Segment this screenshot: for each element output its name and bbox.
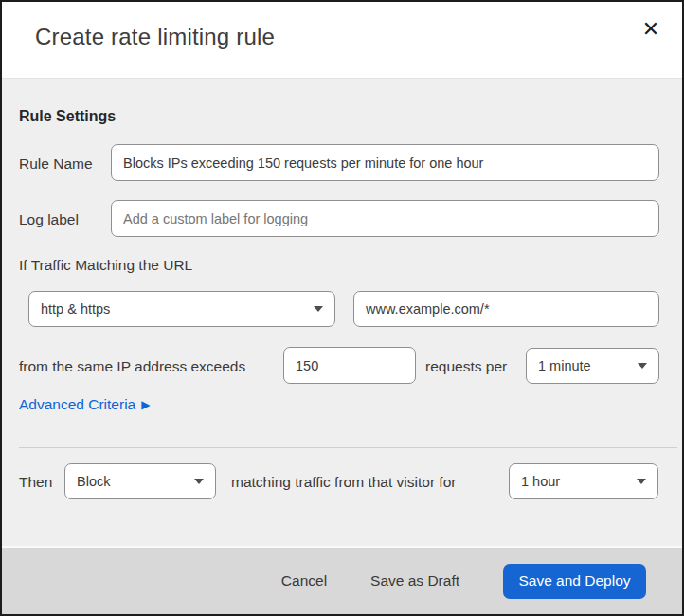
close-button[interactable]: ✕ <box>637 15 665 44</box>
chevron-down-icon <box>637 479 646 484</box>
dialog-footer: Cancel Save as Draft Save and Deploy <box>2 546 682 614</box>
section-divider <box>19 447 677 448</box>
scheme-select[interactable]: http & https <box>28 291 335 327</box>
log-label-label: Log label <box>19 211 79 228</box>
action-select-value: Block <box>77 474 110 489</box>
then-label: Then <box>19 474 52 491</box>
advanced-criteria-label: Advanced Criteria <box>19 396 135 413</box>
action-select[interactable]: Block <box>64 463 216 499</box>
dialog-header: Create rate limiting rule ✕ <box>2 2 682 79</box>
save-and-deploy-button[interactable]: Save and Deploy <box>503 564 646 599</box>
close-icon: ✕ <box>642 19 659 40</box>
advanced-criteria-link[interactable]: Advanced Criteria ▶ <box>19 396 150 413</box>
rule-name-label: Rule Name <box>19 155 93 172</box>
dialog-title: Create rate limiting rule <box>35 24 275 50</box>
create-rate-limiting-rule-dialog: Create rate limiting rule ✕ Rule Setting… <box>0 0 684 616</box>
url-pattern-input[interactable] <box>353 291 659 327</box>
chevron-down-icon <box>638 363 647 369</box>
chevron-down-icon <box>194 479 204 484</box>
triangle-right-icon: ▶ <box>141 398 150 411</box>
log-label-input[interactable] <box>111 200 659 237</box>
matching-traffic-text: matching traffic from that visitor for <box>231 474 456 491</box>
section-title-rule-settings: Rule Settings <box>19 108 116 125</box>
duration-select-value: 1 hour <box>521 474 560 489</box>
dialog-body: Rule Settings Rule Name Log label If Tra… <box>2 80 682 548</box>
rule-name-input[interactable] <box>111 144 659 181</box>
threshold-prefix-text: from the same IP address exceeds <box>19 358 245 375</box>
save-as-draft-button[interactable]: Save as Draft <box>370 572 459 589</box>
period-select[interactable]: 1 minute <box>526 348 659 384</box>
traffic-match-intro-text: If Traffic Matching the URL <box>19 257 192 274</box>
scheme-select-value: http & https <box>41 301 110 317</box>
cancel-button[interactable]: Cancel <box>281 572 327 589</box>
duration-select[interactable]: 1 hour <box>509 463 658 499</box>
requests-per-text: requests per <box>425 358 507 375</box>
chevron-down-icon <box>314 306 323 312</box>
period-select-value: 1 minute <box>538 358 591 373</box>
request-threshold-input[interactable] <box>283 347 416 384</box>
